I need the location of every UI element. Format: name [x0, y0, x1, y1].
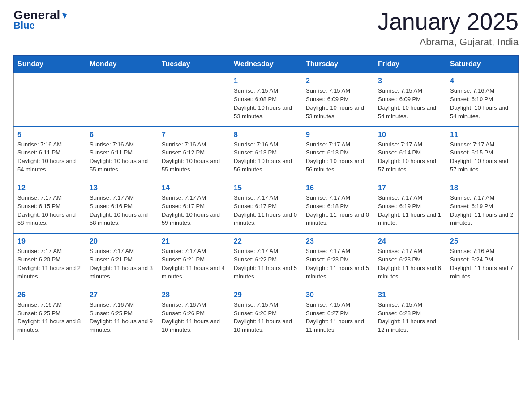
day-number: 19 — [17, 237, 82, 245]
calendar-week-row: 5Sunrise: 7:16 AM Sunset: 6:11 PM Daylig… — [14, 127, 519, 180]
day-info: Sunrise: 7:15 AM Sunset: 6:08 PM Dayligh… — [234, 87, 298, 120]
col-header-tuesday: Tuesday — [158, 56, 230, 73]
day-info: Sunrise: 7:16 AM Sunset: 6:25 PM Dayligh… — [90, 301, 154, 334]
calendar-cell: 4Sunrise: 7:16 AM Sunset: 6:10 PM Daylig… — [446, 73, 519, 126]
day-info: Sunrise: 7:17 AM Sunset: 6:18 PM Dayligh… — [306, 194, 370, 227]
day-number: 14 — [162, 184, 226, 192]
day-number: 26 — [17, 291, 82, 299]
day-info: Sunrise: 7:16 AM Sunset: 6:13 PM Dayligh… — [234, 141, 298, 174]
calendar-cell: 19Sunrise: 7:17 AM Sunset: 6:20 PM Dayli… — [14, 233, 86, 287]
calendar-cell: 21Sunrise: 7:17 AM Sunset: 6:21 PM Dayli… — [158, 233, 230, 287]
calendar-cell: 11Sunrise: 7:17 AM Sunset: 6:15 PM Dayli… — [446, 127, 519, 180]
col-header-wednesday: Wednesday — [230, 56, 302, 73]
col-header-sunday: Sunday — [14, 56, 86, 73]
day-number: 31 — [378, 291, 442, 299]
calendar-table: SundayMondayTuesdayWednesdayThursdayFrid… — [13, 55, 519, 340]
day-info: Sunrise: 7:15 AM Sunset: 6:09 PM Dayligh… — [306, 87, 370, 120]
calendar-header-row: SundayMondayTuesdayWednesdayThursdayFrid… — [14, 56, 519, 73]
day-number: 21 — [162, 237, 226, 245]
day-number: 29 — [234, 291, 298, 299]
page-header: General Blue January 2025 Abrama, Gujara… — [13, 9, 519, 48]
day-info: Sunrise: 7:17 AM Sunset: 6:23 PM Dayligh… — [378, 247, 442, 281]
day-info: Sunrise: 7:17 AM Sunset: 6:19 PM Dayligh… — [450, 194, 515, 227]
day-info: Sunrise: 7:17 AM Sunset: 6:19 PM Dayligh… — [378, 194, 442, 227]
calendar-cell: 22Sunrise: 7:17 AM Sunset: 6:22 PM Dayli… — [230, 233, 302, 287]
day-info: Sunrise: 7:16 AM Sunset: 6:25 PM Dayligh… — [17, 301, 82, 334]
day-info: Sunrise: 7:15 AM Sunset: 6:27 PM Dayligh… — [306, 301, 370, 334]
calendar-cell: 2Sunrise: 7:15 AM Sunset: 6:09 PM Daylig… — [302, 73, 374, 126]
day-number: 20 — [90, 237, 154, 245]
calendar-week-row: 1Sunrise: 7:15 AM Sunset: 6:08 PM Daylig… — [14, 73, 519, 126]
calendar-cell: 17Sunrise: 7:17 AM Sunset: 6:19 PM Dayli… — [374, 180, 446, 233]
logo: General Blue — [13, 9, 66, 31]
day-number: 1 — [234, 77, 298, 85]
calendar-week-row: 19Sunrise: 7:17 AM Sunset: 6:20 PM Dayli… — [14, 233, 519, 287]
col-header-friday: Friday — [374, 56, 446, 73]
calendar-cell: 26Sunrise: 7:16 AM Sunset: 6:25 PM Dayli… — [14, 287, 86, 340]
day-info: Sunrise: 7:16 AM Sunset: 6:11 PM Dayligh… — [90, 141, 154, 174]
calendar-cell: 6Sunrise: 7:16 AM Sunset: 6:11 PM Daylig… — [86, 127, 158, 180]
day-info: Sunrise: 7:17 AM Sunset: 6:17 PM Dayligh… — [162, 194, 226, 227]
day-number: 7 — [162, 131, 226, 139]
calendar-cell: 8Sunrise: 7:16 AM Sunset: 6:13 PM Daylig… — [230, 127, 302, 180]
day-info: Sunrise: 7:17 AM Sunset: 6:14 PM Dayligh… — [378, 141, 442, 174]
day-number: 10 — [378, 131, 442, 139]
col-header-thursday: Thursday — [302, 56, 374, 73]
calendar-cell: 13Sunrise: 7:17 AM Sunset: 6:16 PM Dayli… — [86, 180, 158, 233]
calendar-cell: 15Sunrise: 7:17 AM Sunset: 6:17 PM Dayli… — [230, 180, 302, 233]
calendar-cell: 27Sunrise: 7:16 AM Sunset: 6:25 PM Dayli… — [86, 287, 158, 340]
calendar-cell: 14Sunrise: 7:17 AM Sunset: 6:17 PM Dayli… — [158, 180, 230, 233]
calendar-cell: 1Sunrise: 7:15 AM Sunset: 6:08 PM Daylig… — [230, 73, 302, 126]
day-info: Sunrise: 7:17 AM Sunset: 6:15 PM Dayligh… — [450, 141, 515, 174]
calendar-cell: 31Sunrise: 7:15 AM Sunset: 6:28 PM Dayli… — [374, 287, 446, 340]
calendar-cell: 29Sunrise: 7:15 AM Sunset: 6:26 PM Dayli… — [230, 287, 302, 340]
title-section: January 2025 Abrama, Gujarat, India — [378, 9, 519, 48]
calendar-cell — [446, 287, 519, 340]
col-header-saturday: Saturday — [446, 56, 519, 73]
calendar-cell: 30Sunrise: 7:15 AM Sunset: 6:27 PM Dayli… — [302, 287, 374, 340]
day-number: 28 — [162, 291, 226, 299]
calendar-cell: 10Sunrise: 7:17 AM Sunset: 6:14 PM Dayli… — [374, 127, 446, 180]
day-number: 18 — [450, 184, 515, 192]
day-number: 27 — [90, 291, 154, 299]
day-number: 2 — [306, 77, 370, 85]
col-header-monday: Monday — [86, 56, 158, 73]
day-info: Sunrise: 7:17 AM Sunset: 6:21 PM Dayligh… — [90, 247, 154, 281]
day-info: Sunrise: 7:17 AM Sunset: 6:22 PM Dayligh… — [234, 247, 298, 281]
day-info: Sunrise: 7:17 AM Sunset: 6:16 PM Dayligh… — [90, 194, 154, 227]
calendar-cell: 25Sunrise: 7:16 AM Sunset: 6:24 PM Dayli… — [446, 233, 519, 287]
day-info: Sunrise: 7:16 AM Sunset: 6:26 PM Dayligh… — [162, 301, 226, 334]
day-info: Sunrise: 7:17 AM Sunset: 6:13 PM Dayligh… — [306, 141, 370, 174]
day-info: Sunrise: 7:15 AM Sunset: 6:26 PM Dayligh… — [234, 301, 298, 334]
day-number: 24 — [378, 237, 442, 245]
day-number: 9 — [306, 131, 370, 139]
location: Abrama, Gujarat, India — [378, 36, 519, 48]
day-info: Sunrise: 7:16 AM Sunset: 6:11 PM Dayligh… — [17, 141, 82, 174]
calendar-cell: 23Sunrise: 7:17 AM Sunset: 6:23 PM Dayli… — [302, 233, 374, 287]
day-info: Sunrise: 7:17 AM Sunset: 6:20 PM Dayligh… — [17, 247, 82, 281]
day-number: 13 — [90, 184, 154, 192]
day-info: Sunrise: 7:17 AM Sunset: 6:15 PM Dayligh… — [17, 194, 82, 227]
calendar-cell: 20Sunrise: 7:17 AM Sunset: 6:21 PM Dayli… — [86, 233, 158, 287]
day-info: Sunrise: 7:16 AM Sunset: 6:12 PM Dayligh… — [162, 141, 226, 174]
day-number: 16 — [306, 184, 370, 192]
day-number: 11 — [450, 131, 515, 139]
day-info: Sunrise: 7:17 AM Sunset: 6:23 PM Dayligh… — [306, 247, 370, 281]
day-number: 22 — [234, 237, 298, 245]
calendar-cell: 28Sunrise: 7:16 AM Sunset: 6:26 PM Dayli… — [158, 287, 230, 340]
calendar-cell: 3Sunrise: 7:15 AM Sunset: 6:09 PM Daylig… — [374, 73, 446, 126]
day-number: 3 — [378, 77, 442, 85]
logo-text-line2: Blue — [13, 20, 35, 31]
month-title: January 2025 — [378, 9, 519, 34]
calendar-week-row: 12Sunrise: 7:17 AM Sunset: 6:15 PM Dayli… — [14, 180, 519, 233]
day-info: Sunrise: 7:17 AM Sunset: 6:17 PM Dayligh… — [234, 194, 298, 227]
day-number: 17 — [378, 184, 442, 192]
day-info: Sunrise: 7:17 AM Sunset: 6:21 PM Dayligh… — [162, 247, 226, 281]
calendar-cell: 16Sunrise: 7:17 AM Sunset: 6:18 PM Dayli… — [302, 180, 374, 233]
calendar-cell: 18Sunrise: 7:17 AM Sunset: 6:19 PM Dayli… — [446, 180, 519, 233]
day-number: 8 — [234, 131, 298, 139]
day-info: Sunrise: 7:16 AM Sunset: 6:24 PM Dayligh… — [450, 247, 515, 281]
calendar-cell: 12Sunrise: 7:17 AM Sunset: 6:15 PM Dayli… — [14, 180, 86, 233]
day-info: Sunrise: 7:15 AM Sunset: 6:28 PM Dayligh… — [378, 301, 442, 334]
calendar-week-row: 26Sunrise: 7:16 AM Sunset: 6:25 PM Dayli… — [14, 287, 519, 340]
